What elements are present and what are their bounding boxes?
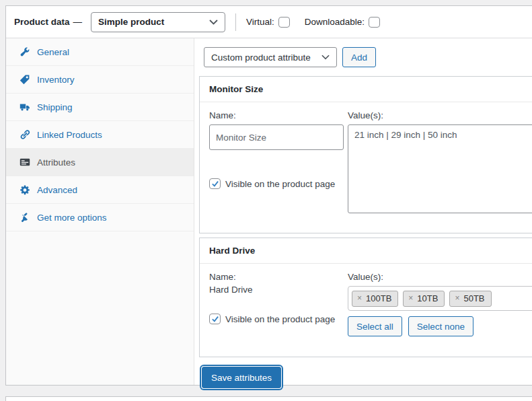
term-tag: × 100TB xyxy=(352,291,398,307)
product-type-select[interactable]: Simple product xyxy=(91,12,225,32)
name-label: Name: xyxy=(209,110,344,120)
product-type-value: Simple product xyxy=(98,17,164,27)
tag-icon xyxy=(20,74,30,85)
header-divider xyxy=(235,13,236,31)
remove-tag-icon[interactable]: × xyxy=(455,293,459,303)
check-icon xyxy=(211,180,219,188)
attribute-box-hard-drive: Hard Drive Name: Hard Drive Visible on t… xyxy=(199,238,532,357)
term-tag: × 10TB xyxy=(403,291,445,307)
sidebar-item-attributes[interactable]: Attributes xyxy=(6,149,194,176)
sidebar-item-label: Advanced xyxy=(37,185,77,195)
product-data-metabox: Product data — Simple product Virtual: D… xyxy=(5,5,532,386)
sidebar-item-get-more-options[interactable]: Get more options xyxy=(6,204,194,231)
attribute-title[interactable]: Monitor Size xyxy=(200,77,532,102)
attributes-panel: Custom product attribute Add Monitor Siz… xyxy=(194,38,532,385)
virtual-checkbox[interactable] xyxy=(278,17,290,28)
attribute-type-value: Custom product attribute xyxy=(211,52,311,63)
sidebar-item-shipping[interactable]: Shipping xyxy=(6,94,194,121)
sidebar-item-label: Attributes xyxy=(37,157,75,168)
values-label: Value(s): xyxy=(348,110,532,120)
truck-icon xyxy=(20,102,30,112)
sidebar-item-label: Linked Products xyxy=(37,130,102,140)
sidebar-item-general[interactable]: General xyxy=(6,38,194,66)
chevron-down-icon xyxy=(321,54,330,60)
downloadable-label: Downloadable: xyxy=(305,17,365,27)
page-title: Product data xyxy=(14,17,70,27)
term-tag-label: 10TB xyxy=(417,293,438,303)
sidebar-item-label: Shipping xyxy=(37,102,73,112)
attribute-name-static: Hard Drive xyxy=(209,285,344,295)
visible-label: Visible on the product page xyxy=(225,314,335,324)
attribute-box-monitor-size: Monitor Size Name: Visible on the produc… xyxy=(199,76,532,233)
attribute-title[interactable]: Hard Drive xyxy=(200,238,532,264)
sidebar-item-inventory[interactable]: Inventory xyxy=(6,66,194,94)
virtual-label: Virtual: xyxy=(246,17,274,27)
sidebar-item-linked-products[interactable]: Linked Products xyxy=(6,121,194,149)
values-label: Value(s): xyxy=(348,272,532,282)
gear-icon xyxy=(20,184,30,195)
next-metabox-edge xyxy=(5,396,532,401)
attributes-card-icon xyxy=(20,157,30,168)
visible-checkbox[interactable] xyxy=(209,314,221,324)
sidebar-item-label: General xyxy=(37,47,69,57)
sidebar-item-label: Inventory xyxy=(37,75,75,85)
wrench-icon xyxy=(20,46,30,57)
downloadable-checkbox[interactable] xyxy=(369,17,380,28)
select-none-button[interactable]: Select none xyxy=(408,316,473,336)
term-tag: × 50TB xyxy=(449,291,491,307)
check-icon xyxy=(211,315,219,323)
product-data-tabs: General Inventory Shipping Linked Produc… xyxy=(6,38,194,385)
select-all-button[interactable]: Select all xyxy=(348,316,402,336)
name-label: Name: xyxy=(209,272,344,282)
plug-icon xyxy=(20,212,30,223)
sidebar-item-label: Get more options xyxy=(37,213,107,223)
visible-checkbox[interactable] xyxy=(209,178,221,189)
term-tag-label: 100TB xyxy=(366,293,391,303)
product-data-header: Product data — Simple product Virtual: D… xyxy=(6,6,532,38)
attribute-name-input[interactable] xyxy=(209,124,344,150)
attribute-values-textarea[interactable]: 21 inch | 29 inch | 50 inch xyxy=(348,124,532,213)
link-icon xyxy=(20,129,30,140)
title-dash: — xyxy=(73,17,83,27)
chevron-down-icon xyxy=(209,20,218,25)
save-attributes-button[interactable]: Save attributes xyxy=(202,367,281,388)
visible-label: Visible on the product page xyxy=(225,179,335,189)
remove-tag-icon[interactable]: × xyxy=(357,293,362,303)
attribute-type-select[interactable]: Custom product attribute xyxy=(204,47,337,67)
remove-tag-icon[interactable]: × xyxy=(408,293,413,303)
sidebar-item-advanced[interactable]: Advanced xyxy=(6,176,194,204)
add-attribute-button[interactable]: Add xyxy=(342,47,376,67)
attribute-terms-select[interactable]: × 100TB × 10TB × 50TB xyxy=(348,286,532,311)
term-tag-label: 50TB xyxy=(463,293,484,303)
